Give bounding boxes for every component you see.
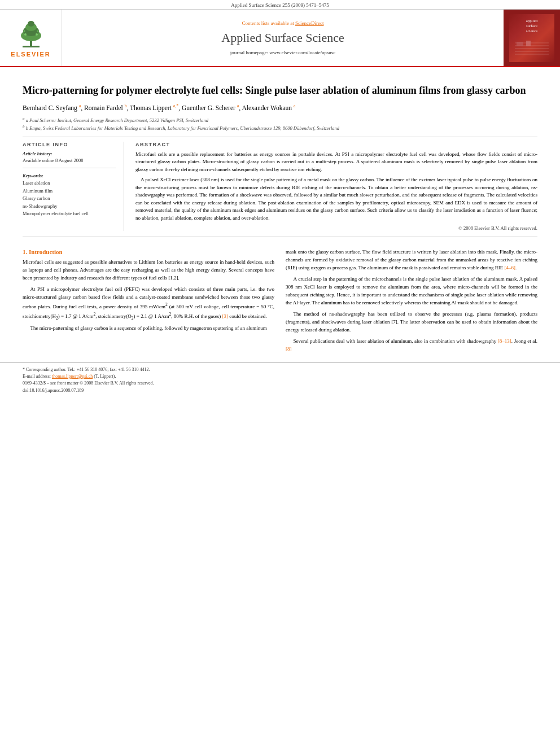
info-divider bbox=[23, 168, 116, 168]
intro-heading: 1. Introduction bbox=[23, 248, 274, 255]
body-text-right: mask onto the glassy carbon surface. The… bbox=[286, 248, 537, 353]
elsevier-logo-area: ELSEVIER bbox=[0, 10, 62, 66]
body-para-l3: The micro-patterning of glassy carbon is… bbox=[23, 325, 274, 333]
journal-homepage: journal homepage: www.elsevier.com/locat… bbox=[230, 50, 335, 55]
journal-cover-image: applied surface science bbox=[509, 14, 554, 62]
affiliation-b: b b Empa, Swiss Federal Laboratories for… bbox=[23, 124, 537, 132]
journal-header: ELSEVIER Contents lists available at Sci… bbox=[0, 10, 560, 67]
article-info-abstract: ARTICLE INFO Article history: Available … bbox=[23, 142, 537, 231]
elsevier-tree-icon bbox=[14, 19, 48, 50]
sciencedirect-info: Contents lists available at ScienceDirec… bbox=[242, 20, 324, 26]
body-para-r2: A crucial step in the patterning of the … bbox=[286, 276, 537, 307]
ref-link-8[interactable]: [8] bbox=[286, 346, 292, 352]
main-content: Micro-patterning for polymer electrolyte… bbox=[0, 67, 560, 248]
article-info-header: ARTICLE INFO bbox=[23, 142, 116, 147]
svg-point-7 bbox=[36, 33, 38, 36]
journal-title-area: Contents lists available at ScienceDirec… bbox=[62, 10, 504, 66]
doi-line: doi:10.1016/j.apsusc.2008.07.189 bbox=[23, 388, 537, 393]
keyword-2: Aluminum film bbox=[23, 187, 116, 195]
affiliation-a: a a Paul Scherrer Institut, General Ener… bbox=[23, 116, 537, 124]
svg-rect-1 bbox=[23, 46, 40, 47]
svg-point-9 bbox=[37, 30, 38, 32]
history-value: Available online 8 August 2008 bbox=[23, 158, 116, 163]
copyright-line: © 2008 Elsevier B.V. All rights reserved… bbox=[135, 225, 537, 231]
body-para-r4: Several publications deal with laser abl… bbox=[286, 338, 537, 353]
sciencedirect-name[interactable]: ScienceDirect bbox=[295, 20, 323, 26]
body-para-r3: The method of ns-shadowgraphy has been u… bbox=[286, 311, 537, 334]
body-content: 1. Introduction Microfuel cells are sugg… bbox=[0, 248, 560, 356]
author-email-link[interactable]: thomas.lippert@psi.ch bbox=[52, 374, 93, 379]
ref-link-4-6[interactable]: [4–6] bbox=[505, 265, 516, 270]
body-text-left: Microfuel cells are suggested as possibl… bbox=[23, 259, 274, 333]
top-journal-bar: Applied Surface Science 255 (2009) 5471–… bbox=[0, 0, 560, 10]
abstract-para-2: A pulsed XeCl excimer laser (308 nm) is … bbox=[135, 176, 537, 222]
header-divider bbox=[23, 137, 537, 137]
svg-rect-16 bbox=[526, 41, 531, 46]
email-line: E-mail address: thomas.lippert@psi.ch (T… bbox=[23, 373, 537, 380]
keyword-5: Micropolymer electrolyte fuel cell bbox=[23, 210, 116, 218]
body-left-col: 1. Introduction Microfuel cells are sugg… bbox=[23, 248, 274, 356]
body-para-l2: At PSI a micropolymer electrolyte fuel c… bbox=[23, 286, 274, 321]
keyword-4: ns-Shadowgraphy bbox=[23, 203, 116, 211]
journal-title: Applied Surface Science bbox=[221, 30, 344, 45]
svg-point-5 bbox=[28, 21, 34, 27]
ref-link-3[interactable]: [3] bbox=[222, 313, 228, 319]
article-info-column: ARTICLE INFO Article history: Available … bbox=[23, 142, 124, 231]
journal-issue-info: Applied Surface Science 255 (2009) 5471–… bbox=[231, 2, 329, 8]
article-title: Micro-patterning for polymer electrolyte… bbox=[23, 84, 537, 97]
cover-decoration-icon bbox=[512, 37, 552, 60]
corresponding-author-line: * Corresponding author. Tel.: +41 56 310… bbox=[23, 366, 537, 373]
body-para-r1: mask onto the glassy carbon surface. The… bbox=[286, 248, 537, 272]
svg-point-6 bbox=[24, 33, 27, 36]
abstract-para-1: Microfuel cells are a possible replaceme… bbox=[135, 151, 537, 174]
svg-point-8 bbox=[23, 30, 25, 32]
bottom-divider bbox=[23, 237, 537, 237]
cover-title-text: applied surface science bbox=[526, 19, 538, 34]
issn-line: 0169-4332/$ – see front matter © 2008 El… bbox=[23, 380, 537, 387]
ref-link-8-13[interactable]: [8–13] bbox=[498, 338, 511, 344]
keywords-label: Keywords: bbox=[23, 173, 116, 178]
page: Applied Surface Science 255 (2009) 5471–… bbox=[0, 0, 560, 747]
page-footer: * Corresponding author. Tel.: +41 56 310… bbox=[0, 362, 560, 395]
journal-cover-area: applied surface science bbox=[504, 10, 560, 66]
affiliations: a a Paul Scherrer Institut, General Ener… bbox=[23, 116, 537, 132]
keyword-1: Laser ablation bbox=[23, 180, 116, 187]
history-label: Article history: bbox=[23, 151, 116, 156]
body-right-col: mask onto the glassy carbon surface. The… bbox=[286, 248, 537, 356]
svg-rect-15 bbox=[517, 42, 523, 46]
elsevier-brand-text: ELSEVIER bbox=[11, 51, 50, 58]
keywords-list: Laser ablation Aluminum film Glassy carb… bbox=[23, 180, 116, 218]
body-para-l1: Microfuel cells are suggested as possibl… bbox=[23, 259, 274, 282]
authors-line: Bernhard C. Seyfang a, Romain Fardel b, … bbox=[23, 103, 537, 113]
abstract-column: ABSTRACT Microfuel cells are a possible … bbox=[135, 142, 537, 231]
elsevier-logo: ELSEVIER bbox=[11, 19, 50, 58]
keyword-3: Glassy carbon bbox=[23, 195, 116, 203]
abstract-header: ABSTRACT bbox=[135, 142, 537, 147]
abstract-text: Microfuel cells are a possible replaceme… bbox=[135, 151, 537, 222]
